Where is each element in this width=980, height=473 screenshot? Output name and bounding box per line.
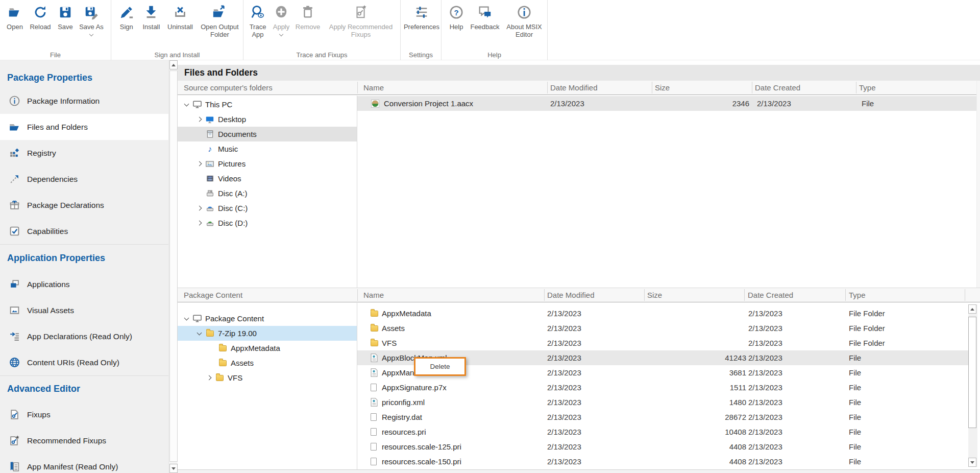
table-row[interactable]: Assets 2/13/2023 2/13/2023 File Folder: [357, 321, 968, 336]
scroll-up-arrow[interactable]: [968, 304, 976, 314]
context-menu-item-delete[interactable]: Delete: [430, 363, 450, 370]
apply-button[interactable]: Apply: [270, 0, 293, 36]
column-header-type[interactable]: Type: [849, 288, 866, 302]
column-divider[interactable]: [544, 289, 545, 301]
chevron-expanded-icon[interactable]: [197, 330, 202, 335]
column-divider[interactable]: [845, 289, 846, 301]
table-row[interactable]: AppxMetadata 2/13/2023 2/13/2023 File Fo…: [357, 306, 968, 321]
remove-button[interactable]: Remove: [293, 0, 323, 31]
scrollbar-thumb[interactable]: [968, 317, 976, 428]
tree-item-disc-a[interactable]: Disc (A:): [178, 186, 357, 201]
column-divider[interactable]: [644, 289, 645, 301]
scroll-down-arrow[interactable]: [169, 464, 178, 473]
file-icon: [371, 380, 377, 395]
column-header-type[interactable]: Type: [859, 81, 876, 94]
sidebar-item-app-manifest[interactable]: App Manifest (Read Only): [0, 454, 168, 473]
manifest-doc-icon: [9, 461, 20, 472]
sidebar-item-package-declarations[interactable]: Package Declarations: [0, 192, 168, 218]
tree-item-videos[interactable]: Videos: [178, 171, 357, 186]
sidebar-item-package-information[interactable]: Package Information: [0, 88, 168, 114]
sidebar-item-fixups[interactable]: Fixups: [0, 401, 168, 428]
chevron-expanded-icon[interactable]: [184, 101, 189, 106]
chevron-collapsed-icon[interactable]: [197, 206, 202, 211]
sidebar-item-registry[interactable]: Registry: [0, 140, 168, 166]
chevron-collapsed-icon[interactable]: [197, 117, 202, 122]
chevron-collapsed-icon[interactable]: [197, 221, 202, 226]
column-header-date-created[interactable]: Date Created: [748, 288, 793, 302]
tree-item-package-content[interactable]: Package Content: [178, 311, 357, 326]
uninstall-button[interactable]: Uninstall: [164, 0, 197, 31]
sidebar-item-recommended-fixups[interactable]: Recommended Fixups: [0, 428, 168, 454]
column-divider[interactable]: [357, 82, 358, 93]
save-button[interactable]: Save: [54, 0, 77, 31]
column-header-size[interactable]: Size: [647, 288, 662, 302]
tree-item-disc-d[interactable]: Disc (D:): [178, 216, 357, 230]
table-row[interactable]: Conversion Project 1.aacx 2/13/2023 2346…: [357, 96, 976, 111]
sidebar-item-app-declarations[interactable]: App Declarations (Read Only): [0, 323, 168, 349]
column-divider[interactable]: [752, 82, 752, 93]
column-divider[interactable]: [357, 289, 358, 301]
table-row[interactable]: AppxSignature.p7x 2/13/2023 1511 2/13/20…: [357, 380, 968, 395]
package-files-scrollbar[interactable]: [968, 304, 977, 467]
chevron-collapsed-icon[interactable]: [206, 375, 211, 381]
apply-recommended-fixups-button[interactable]: Apply Recommended Fixups: [323, 0, 399, 38]
column-header-date-modified[interactable]: Date Modified: [547, 288, 595, 302]
scrollbar-thumb[interactable]: [169, 70, 178, 462]
chevron-collapsed-icon[interactable]: [197, 161, 202, 167]
column-header-date-created[interactable]: Date Created: [755, 81, 800, 94]
column-header-date-modified[interactable]: Date Modified: [550, 81, 598, 94]
sidebar-item-capabilities[interactable]: Capabilities: [0, 218, 168, 244]
table-row[interactable]: resources.pri 2/13/2023 10408 2/13/2023 …: [357, 424, 968, 439]
chevron-expanded-icon[interactable]: [184, 315, 189, 320]
preferences-button[interactable]: Preferences: [403, 0, 440, 31]
videos-icon: [205, 174, 215, 184]
scroll-up-arrow[interactable]: [169, 60, 178, 69]
sidebar-scrollbar[interactable]: [168, 60, 178, 473]
sidebar-item-label: Package Information: [27, 97, 100, 106]
column-divider[interactable]: [652, 82, 652, 93]
table-row[interactable]: VFS 2/13/2023 2/13/2023 File Folder: [357, 336, 968, 350]
tree-item-appxmetadata[interactable]: AppxMetadata: [178, 341, 357, 356]
source-folders-header[interactable]: Source computer's folders: [184, 81, 273, 94]
chevron-down-icon[interactable]: [279, 32, 283, 36]
scroll-down-arrow[interactable]: [968, 458, 976, 467]
table-row[interactable]: resources.scale-150.pri 2/13/2023 4408 2…: [357, 454, 968, 469]
column-header-name[interactable]: Name: [363, 288, 384, 302]
tree-item-this-pc[interactable]: This PC: [178, 97, 357, 112]
tree-item-music[interactable]: ♪ Music: [178, 141, 357, 156]
tree-item-pictures[interactable]: Pictures: [178, 156, 357, 171]
sign-button[interactable]: Sign: [114, 0, 139, 31]
reload-button[interactable]: Reload: [27, 0, 54, 31]
help-button[interactable]: ? Help: [446, 0, 467, 31]
tree-item-disc-c[interactable]: Disc (C:): [178, 201, 357, 216]
table-row[interactable]: Registry.dat 2/13/2023 28672 2/13/2023 F…: [357, 410, 968, 424]
column-header-size[interactable]: Size: [655, 81, 670, 94]
sidebar-item-dependencies[interactable]: Dependencies: [0, 166, 168, 192]
trace-app-button[interactable]: Trace App: [246, 0, 270, 38]
table-row[interactable]: priconfig.xml 2/13/2023 1480 2/13/2023 F…: [357, 395, 968, 410]
chevron-down-icon[interactable]: [89, 32, 93, 36]
install-button[interactable]: Install: [139, 0, 164, 31]
open-output-folder-button[interactable]: Open Output Folder: [197, 0, 243, 38]
sidebar-item-applications[interactable]: Applications: [0, 271, 168, 297]
column-divider[interactable]: [856, 82, 856, 93]
sidebar-item-visual-assets[interactable]: Visual Assets: [0, 297, 168, 323]
table-row[interactable]: resources.scale-125.pri 2/13/2023 4408 2…: [357, 439, 968, 454]
sidebar-item-content-uris[interactable]: Content URIs (Read Only): [0, 349, 168, 375]
open-button[interactable]: Open: [3, 0, 27, 31]
about-msix-editor-button[interactable]: About MSIX Editor: [503, 0, 546, 38]
column-header-name[interactable]: Name: [363, 81, 384, 94]
tree-item-vfs[interactable]: VFS: [178, 370, 357, 385]
package-content-header[interactable]: Package Content: [184, 288, 242, 302]
tree-item-7zip[interactable]: 7-Zip 19.00: [178, 326, 357, 341]
tree-item-assets[interactable]: Assets: [178, 356, 357, 370]
column-divider[interactable]: [547, 82, 548, 93]
column-divider[interactable]: [744, 289, 745, 301]
feedback-button[interactable]: Feedback: [467, 0, 503, 31]
column-divider[interactable]: [965, 289, 965, 301]
tree-item-documents[interactable]: Documents: [178, 127, 357, 141]
save-as-button[interactable]: Save As: [77, 0, 106, 36]
tree-item-desktop[interactable]: Desktop: [178, 112, 357, 127]
file-date-created: 2/13/2023: [748, 395, 782, 410]
sidebar-item-files-and-folders[interactable]: Files and Folders: [0, 114, 168, 140]
